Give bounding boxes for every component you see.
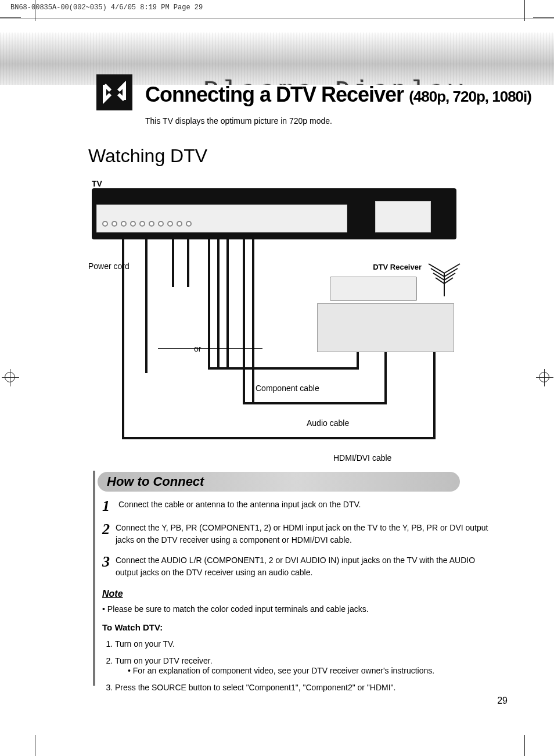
or-divider [158,348,262,349]
power-cord-label: Power cord [88,261,129,271]
connection-diagram: or Power cord Component cable Audio cabl… [92,188,456,452]
how-to-connect-pill: How to Connect [98,472,460,492]
crop-line-top [0,19,554,19]
step-2-text: Connect the Y, PB, PR (COMPONENT1, 2) or… [116,522,490,546]
watch-step-3: Press the SOURCE button to select "Compo… [115,682,490,694]
watch-step-1: Turn on your TV. [115,638,490,650]
dtv-receiver-device [330,277,417,301]
step-1-text: Connect the cable or antenna to the ante… [118,499,361,514]
main-title-sub: (480p, 720p, 1080i) [409,88,531,105]
or-label: or [194,344,201,353]
step-3-text: Connect the AUDIO L/R (COMPONENT1, 2 or … [116,554,490,579]
tv-jack-strip-2 [375,201,431,232]
tv-jack-strip-1 [96,205,347,232]
main-heading: Connecting a DTV Receiver (480p, 720p, 1… [145,83,531,107]
svg-rect-0 [96,74,132,110]
connection-icon [96,74,132,110]
page-number: 29 [497,696,508,706]
dtv-receiver-label: DTV Receiver [373,263,422,271]
to-watch-steps: Turn on your TV. Turn on your DTV receiv… [102,638,490,694]
step-1: 1 Connect the cable or antenna to the an… [102,499,490,514]
steps: 1 Connect the cable or antenna to the an… [102,499,490,698]
antenna-icon [424,263,465,298]
watch-step-2: Turn on your DTV receiver. • For an expl… [115,655,490,677]
step-2-num: 2 [102,522,110,546]
component-cable-label: Component cable [256,384,319,393]
left-rule [93,471,95,686]
note-text: • Please be sure to match the color code… [102,603,490,615]
brushed-metal-band: Plasma Display [0,33,554,85]
note-heading: Note [102,587,490,601]
how-to-connect-title: How to Connect [107,474,204,489]
hdmi-dvi-cable-label: HDMI/DVI cable [333,453,391,463]
to-watch-heading: To Watch DTV: [102,621,490,635]
main-title-text: Connecting a DTV Receiver [145,83,404,106]
tv-rear-panel [92,188,456,239]
dtv-receiver-rear [317,303,454,352]
step-3-num: 3 [102,554,110,579]
main-subtext: This TV displays the optimum picture in … [145,116,332,126]
section-title: Watching DTV [88,145,207,167]
component-jacks [102,221,192,227]
step-3: 3 Connect the AUDIO L/R (COMPONENT1, 2 o… [102,554,490,579]
tv-label: TV [92,179,102,188]
imposition-header: BN68-00835A-00(002~035) 4/6/05 8:19 PM P… [0,0,554,15]
step-1-num: 1 [102,499,113,514]
audio-cable-label: Audio cable [307,418,349,428]
step-2: 2 Connect the Y, PB, PR (COMPONENT1, 2) … [102,522,490,546]
